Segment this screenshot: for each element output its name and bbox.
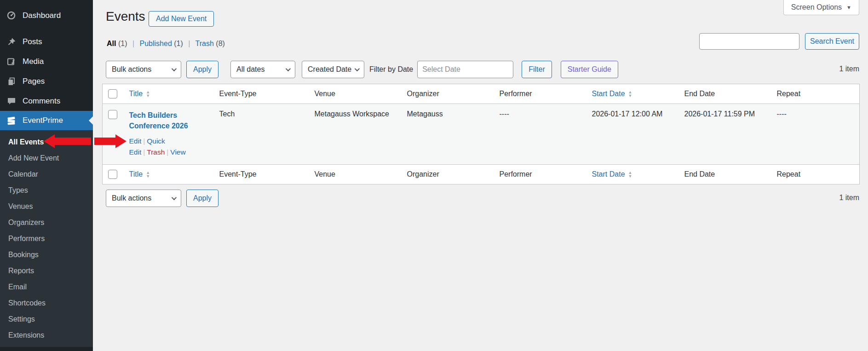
submenu-item-reports[interactable]: Reports [0,263,93,279]
submenu-label: Reports [8,267,34,275]
chevron-down-icon [172,195,177,200]
sidebar-item-label: EventPrime [23,116,63,125]
submenu-label: Settings [8,315,35,323]
filter-by-date-label: Filter by Date [369,65,413,74]
sidebar-item-label: Media [23,57,44,66]
chevron-down-icon: ▼ [846,5,851,10]
action-separator: | [167,148,168,156]
chevron-down-icon [172,66,177,71]
submenu-item-performers[interactable]: Performers [0,230,93,247]
pages-icon [6,76,17,86]
bulk-actions-value: Bulk actions [112,65,151,74]
starter-guide-button[interactable]: Starter Guide [561,61,618,78]
eventprime-submenu: All Events Add New Event Calendar Types … [0,130,93,347]
edit-link[interactable]: Edit [129,137,142,145]
event-title-link[interactable]: Tech Builders Conference 2026 [129,110,210,131]
submenu-item-email[interactable]: Email [0,279,93,295]
column-header-start-date[interactable]: Start Date▲▼ [592,90,632,98]
table-footer-header-row: Title▲▼ Event-Type Venue Organizer Perfo… [103,165,860,184]
submenu-item-calendar[interactable]: Calendar [0,166,93,182]
view-all-count: (1) [118,40,127,47]
submenu-item-settings[interactable]: Settings [0,311,93,327]
trash-link[interactable]: Trash [147,148,165,156]
row-actions: Edit|Quick Edit|Trash|View [129,136,210,158]
apply-button[interactable]: Apply [186,61,218,78]
created-date-value: Created Date [308,65,351,74]
submenu-item-add-new-event[interactable]: Add New Event [0,150,93,166]
view-separator: | [132,40,134,47]
sort-icon: ▲▼ [628,90,632,98]
sidebar-item-media[interactable]: Media [0,52,93,71]
current-menu-notch [89,116,93,125]
submenu-label: Organizers [8,219,44,227]
sidebar-item-eventprime[interactable]: EventPrime [0,111,93,130]
sidebar-item-label: Pages [23,77,45,86]
event-table-row: Tech Builders Conference 2026 Edit|Quick… [103,104,860,165]
submenu-item-types[interactable]: Types [0,182,93,198]
column-header-venue: Venue [310,165,402,184]
column-label: Title [129,170,143,178]
column-header-end-date: End Date [680,84,772,104]
column-header-venue: Venue [310,84,402,104]
bulk-actions-select[interactable]: Bulk actions [106,61,181,78]
submenu-label: Venues [8,202,33,211]
events-list-table: Title▲▼ Event-Type Venue Organizer Perfo… [102,84,860,184]
bulk-actions-value: Bulk actions [112,194,151,202]
row-checkbox[interactable] [108,110,117,119]
sidebar-item-pages[interactable]: Pages [0,71,93,91]
select-date-input[interactable] [417,61,513,78]
view-trash-link[interactable]: Trash [195,40,214,47]
view-all-link[interactable]: All [107,40,116,47]
search-input[interactable] [699,33,799,50]
page-title: Events [106,9,145,24]
add-new-event-button[interactable]: Add New Event [149,11,214,27]
submenu-label: Calendar [8,170,38,178]
column-header-performer: Performer [495,165,587,184]
created-date-select[interactable]: Created Date [302,61,364,78]
submenu-label: Bookings [8,251,39,259]
sidebar-item-label: Posts [23,37,42,46]
screen-options-tab[interactable]: Screen Options ▼ [783,0,859,15]
submenu-item-organizers[interactable]: Organizers [0,214,93,230]
submenu-label: Shortcodes [8,299,46,307]
apply-button-bottom[interactable]: Apply [186,190,218,207]
sidebar-item-label: Comments [23,97,60,106]
eventprime-tickets-icon [6,115,17,126]
dashboard-gauge-icon [6,10,17,21]
select-all-checkbox[interactable] [108,170,117,179]
select-all-checkbox[interactable] [108,89,117,98]
wordpress-admin-screen: Dashboard Posts Media Pages Comments [0,0,868,351]
submenu-item-venues[interactable]: Venues [0,198,93,214]
column-header-repeat: Repeat [772,165,860,184]
filter-button[interactable]: Filter [522,61,552,78]
view-trash-count: (8) [216,40,225,47]
submenu-item-bookings[interactable]: Bookings [0,247,93,263]
column-header-performer: Performer [495,84,587,104]
view-link[interactable]: View [170,148,185,156]
sidebar-item-posts[interactable]: Posts [0,32,93,52]
submenu-label: Email [8,283,27,291]
cell-performer: ---- [495,104,587,165]
bulk-actions-select-bottom[interactable]: Bulk actions [106,190,181,207]
sort-icon: ▲▼ [146,171,150,178]
submenu-label: Add New Event [8,154,59,162]
sidebar-item-dashboard[interactable]: Dashboard [0,6,93,25]
action-separator: | [143,148,145,156]
submenu-item-shortcodes[interactable]: Shortcodes [0,295,93,311]
search-event-button[interactable]: Search Event [805,33,859,50]
annotation-arrow-left-icon [44,134,91,148]
sidebar-item-comments[interactable]: Comments [0,91,93,111]
all-dates-select[interactable]: All dates [230,61,295,78]
screen-options-label: Screen Options [791,3,842,12]
column-header-title[interactable]: Title▲▼ [129,90,150,98]
submenu-item-extensions[interactable]: Extensions [0,327,93,343]
menu-separator [0,25,93,32]
cell-venue: Metagauss Workspace [310,104,402,165]
column-header-title[interactable]: Title▲▼ [129,170,150,178]
view-published-link[interactable]: Published [140,40,172,47]
column-header-start-date[interactable]: Start Date▲▼ [592,170,632,178]
sidebar-item-label: Dashboard [23,11,61,20]
view-published-count: (1) [174,40,183,47]
submenu-label: Types [8,186,28,195]
pushpin-icon [6,36,17,47]
